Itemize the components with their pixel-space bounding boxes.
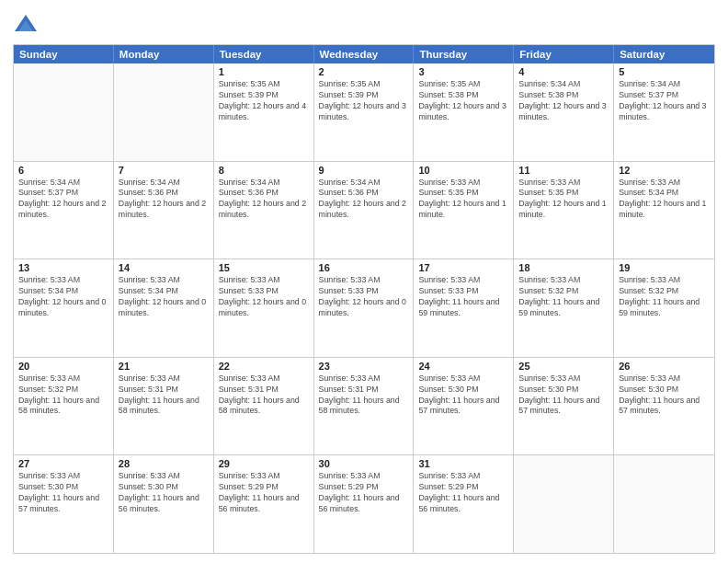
day-info: Sunrise: 5:33 AMSunset: 5:35 PMDaylight:… <box>518 178 609 222</box>
day-info: Sunrise: 5:33 AMSunset: 5:34 PMDaylight:… <box>18 275 108 319</box>
day-info: Sunrise: 5:33 AMSunset: 5:35 PMDaylight:… <box>418 178 508 222</box>
calendar-day-21: 21Sunrise: 5:33 AMSunset: 5:31 PMDayligh… <box>114 358 214 455</box>
calendar-day-13: 13Sunrise: 5:33 AMSunset: 5:34 PMDayligh… <box>14 259 114 357</box>
day-number: 24 <box>418 361 508 372</box>
calendar-day-27: 27Sunrise: 5:33 AMSunset: 5:30 PMDayligh… <box>14 455 114 553</box>
calendar-row-2: 6Sunrise: 5:34 AMSunset: 5:37 PMDaylight… <box>14 161 714 259</box>
calendar-header: SundayMondayTuesdayWednesdayThursdayFrid… <box>14 45 714 63</box>
day-number: 16 <box>319 262 409 273</box>
calendar-day-20: 20Sunrise: 5:33 AMSunset: 5:32 PMDayligh… <box>14 358 114 455</box>
calendar-day-28: 28Sunrise: 5:33 AMSunset: 5:30 PMDayligh… <box>114 455 214 553</box>
calendar-day-4: 4Sunrise: 5:34 AMSunset: 5:38 PMDaylight… <box>514 63 614 161</box>
day-info: Sunrise: 5:33 AMSunset: 5:30 PMDaylight:… <box>418 373 508 418</box>
calendar-day-5: 5Sunrise: 5:34 AMSunset: 5:37 PMDaylight… <box>614 63 714 161</box>
day-number: 2 <box>319 66 409 77</box>
calendar-day-empty <box>14 63 114 161</box>
day-number: 23 <box>319 361 409 372</box>
page: SundayMondayTuesdayWednesdayThursdayFrid… <box>0 0 728 563</box>
day-info: Sunrise: 5:33 AMSunset: 5:34 PMDaylight:… <box>619 178 710 222</box>
day-info: Sunrise: 5:35 AMSunset: 5:39 PMDaylight:… <box>319 79 409 123</box>
day-info: Sunrise: 5:34 AMSunset: 5:36 PMDaylight:… <box>319 178 409 222</box>
calendar-day-26: 26Sunrise: 5:33 AMSunset: 5:30 PMDayligh… <box>614 358 714 455</box>
day-info: Sunrise: 5:33 AMSunset: 5:30 PMDaylight:… <box>119 471 209 515</box>
calendar: SundayMondayTuesdayWednesdayThursdayFrid… <box>13 44 715 554</box>
calendar-day-15: 15Sunrise: 5:33 AMSunset: 5:33 PMDayligh… <box>214 259 314 357</box>
calendar-day-31: 31Sunrise: 5:33 AMSunset: 5:29 PMDayligh… <box>414 455 514 553</box>
day-number: 15 <box>219 262 309 273</box>
calendar-row-3: 13Sunrise: 5:33 AMSunset: 5:34 PMDayligh… <box>14 259 714 357</box>
weekday-header-friday: Friday <box>514 45 614 63</box>
logo <box>13 13 42 39</box>
day-info: Sunrise: 5:34 AMSunset: 5:36 PMDaylight:… <box>119 178 209 222</box>
calendar-day-empty <box>614 455 714 553</box>
day-number: 6 <box>18 165 108 176</box>
day-info: Sunrise: 5:34 AMSunset: 5:37 PMDaylight:… <box>619 79 710 123</box>
day-number: 22 <box>219 361 309 372</box>
day-number: 20 <box>18 361 108 372</box>
calendar-day-24: 24Sunrise: 5:33 AMSunset: 5:30 PMDayligh… <box>414 358 514 455</box>
day-number: 7 <box>119 165 209 176</box>
day-info: Sunrise: 5:33 AMSunset: 5:31 PMDaylight:… <box>219 373 309 418</box>
day-info: Sunrise: 5:33 AMSunset: 5:30 PMDaylight:… <box>518 373 609 418</box>
day-number: 27 <box>18 458 108 469</box>
calendar-day-25: 25Sunrise: 5:33 AMSunset: 5:30 PMDayligh… <box>514 358 614 455</box>
day-info: Sunrise: 5:33 AMSunset: 5:33 PMDaylight:… <box>219 275 309 319</box>
calendar-day-3: 3Sunrise: 5:35 AMSunset: 5:38 PMDaylight… <box>414 63 514 161</box>
day-number: 8 <box>219 165 309 176</box>
calendar-day-14: 14Sunrise: 5:33 AMSunset: 5:34 PMDayligh… <box>114 259 214 357</box>
calendar-row-5: 27Sunrise: 5:33 AMSunset: 5:30 PMDayligh… <box>14 454 714 553</box>
calendar-day-12: 12Sunrise: 5:33 AMSunset: 5:34 PMDayligh… <box>614 162 714 259</box>
weekday-header-saturday: Saturday <box>614 45 714 63</box>
day-info: Sunrise: 5:33 AMSunset: 5:29 PMDaylight:… <box>319 471 409 515</box>
day-info: Sunrise: 5:33 AMSunset: 5:32 PMDaylight:… <box>18 373 108 418</box>
calendar-day-18: 18Sunrise: 5:33 AMSunset: 5:32 PMDayligh… <box>514 259 614 357</box>
weekday-header-thursday: Thursday <box>414 45 514 63</box>
calendar-day-22: 22Sunrise: 5:33 AMSunset: 5:31 PMDayligh… <box>214 358 314 455</box>
day-info: Sunrise: 5:34 AMSunset: 5:38 PMDaylight:… <box>518 79 609 123</box>
day-info: Sunrise: 5:33 AMSunset: 5:34 PMDaylight:… <box>119 275 209 319</box>
day-number: 28 <box>119 458 209 469</box>
calendar-row-4: 20Sunrise: 5:33 AMSunset: 5:32 PMDayligh… <box>14 357 714 455</box>
day-info: Sunrise: 5:33 AMSunset: 5:32 PMDaylight:… <box>518 275 609 319</box>
logo-icon <box>13 13 39 39</box>
day-number: 30 <box>319 458 409 469</box>
day-number: 26 <box>619 361 710 372</box>
day-number: 10 <box>418 165 508 176</box>
calendar-row-1: 1Sunrise: 5:35 AMSunset: 5:39 PMDaylight… <box>14 63 714 161</box>
calendar-day-empty <box>514 455 614 553</box>
calendar-day-9: 9Sunrise: 5:34 AMSunset: 5:36 PMDaylight… <box>314 162 415 259</box>
day-number: 31 <box>418 458 508 469</box>
calendar-day-8: 8Sunrise: 5:34 AMSunset: 5:36 PMDaylight… <box>214 162 314 259</box>
calendar-day-30: 30Sunrise: 5:33 AMSunset: 5:29 PMDayligh… <box>314 455 415 553</box>
calendar-day-29: 29Sunrise: 5:33 AMSunset: 5:29 PMDayligh… <box>214 455 314 553</box>
day-info: Sunrise: 5:33 AMSunset: 5:33 PMDaylight:… <box>319 275 409 319</box>
header <box>13 9 715 39</box>
calendar-body: 1Sunrise: 5:35 AMSunset: 5:39 PMDaylight… <box>14 63 714 553</box>
calendar-day-6: 6Sunrise: 5:34 AMSunset: 5:37 PMDaylight… <box>14 162 114 259</box>
calendar-day-11: 11Sunrise: 5:33 AMSunset: 5:35 PMDayligh… <box>514 162 614 259</box>
day-info: Sunrise: 5:33 AMSunset: 5:29 PMDaylight:… <box>418 471 508 515</box>
calendar-day-23: 23Sunrise: 5:33 AMSunset: 5:31 PMDayligh… <box>314 358 415 455</box>
day-info: Sunrise: 5:33 AMSunset: 5:30 PMDaylight:… <box>619 373 710 418</box>
day-info: Sunrise: 5:33 AMSunset: 5:31 PMDaylight:… <box>319 373 409 418</box>
calendar-day-2: 2Sunrise: 5:35 AMSunset: 5:39 PMDaylight… <box>314 63 415 161</box>
weekday-header-wednesday: Wednesday <box>314 45 415 63</box>
calendar-day-1: 1Sunrise: 5:35 AMSunset: 5:39 PMDaylight… <box>214 63 314 161</box>
day-number: 13 <box>18 262 108 273</box>
day-info: Sunrise: 5:35 AMSunset: 5:39 PMDaylight:… <box>219 79 309 123</box>
calendar-day-7: 7Sunrise: 5:34 AMSunset: 5:36 PMDaylight… <box>114 162 214 259</box>
day-number: 9 <box>319 165 409 176</box>
day-number: 12 <box>619 165 710 176</box>
day-number: 17 <box>418 262 508 273</box>
calendar-day-19: 19Sunrise: 5:33 AMSunset: 5:32 PMDayligh… <box>614 259 714 357</box>
day-info: Sunrise: 5:33 AMSunset: 5:32 PMDaylight:… <box>619 275 710 319</box>
day-number: 19 <box>619 262 710 273</box>
day-info: Sunrise: 5:33 AMSunset: 5:33 PMDaylight:… <box>418 275 508 319</box>
day-info: Sunrise: 5:34 AMSunset: 5:36 PMDaylight:… <box>219 178 309 222</box>
weekday-header-tuesday: Tuesday <box>214 45 314 63</box>
day-number: 4 <box>518 66 609 77</box>
weekday-header-sunday: Sunday <box>14 45 114 63</box>
calendar-day-10: 10Sunrise: 5:33 AMSunset: 5:35 PMDayligh… <box>414 162 514 259</box>
calendar-day-17: 17Sunrise: 5:33 AMSunset: 5:33 PMDayligh… <box>414 259 514 357</box>
day-number: 1 <box>219 66 309 77</box>
